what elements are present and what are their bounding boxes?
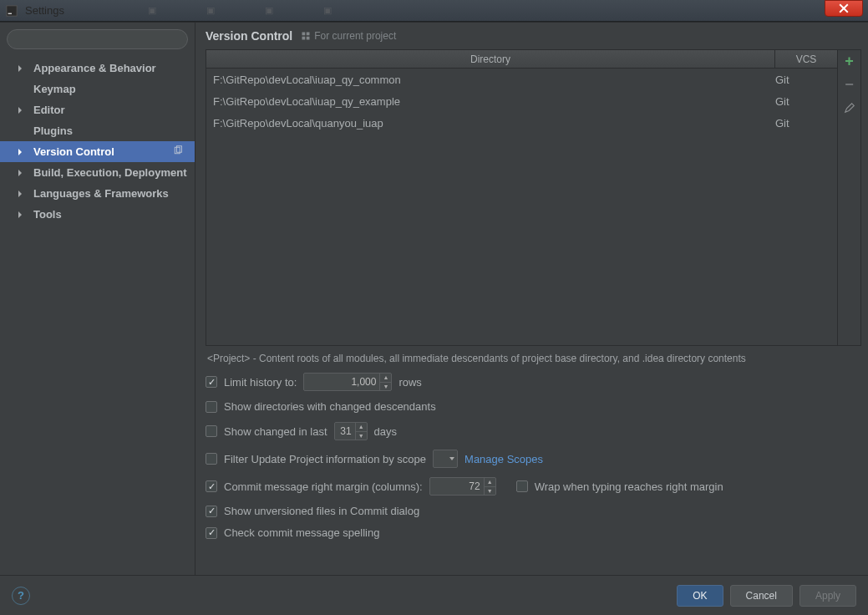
- svg-rect-0: [7, 5, 17, 15]
- footer: ? OK Cancel Apply: [0, 575, 868, 615]
- chevron-right-icon: [18, 65, 22, 72]
- svg-rect-1: [8, 13, 12, 13]
- sidebar-item-plugins[interactable]: Plugins: [0, 120, 195, 141]
- chevron-down-icon: [449, 457, 454, 460]
- show-changed-row: Show changed in last ▲▼ days: [206, 422, 860, 440]
- sidebar-item-build-execution-deployment[interactable]: Build, Execution, Deployment: [0, 162, 195, 183]
- commit-margin-label: Commit message right margin (columns):: [224, 480, 423, 493]
- show-changed-input[interactable]: ▲▼: [334, 422, 368, 440]
- cell-directory: F:\GitRepo\devLocal\iuap_qy_example: [206, 95, 775, 108]
- show-changed-label-b: days: [374, 425, 397, 438]
- sidebar-item-label: Build, Execution, Deployment: [33, 166, 186, 179]
- table-row[interactable]: F:\GitRepo\devLocal\quanyou_iuapGit: [206, 112, 837, 134]
- check-spelling-checkbox[interactable]: [206, 527, 217, 539]
- scope-dropdown[interactable]: [433, 450, 458, 468]
- limit-history-row: Limit history to: ▲▼ rows: [206, 373, 860, 391]
- sidebar-item-label: Editor: [33, 104, 65, 116]
- table-row[interactable]: F:\GitRepo\devLocal\iuap_qy_commonGit: [206, 69, 837, 90]
- commit-margin-checkbox[interactable]: [206, 480, 217, 492]
- filter-scope-checkbox[interactable]: [206, 453, 217, 465]
- check-spelling-label: Check commit message spelling: [224, 526, 379, 539]
- sidebar-item-label: Plugins: [33, 125, 73, 137]
- chevron-right-icon: [18, 149, 22, 155]
- page-title: Version Control: [206, 29, 292, 43]
- sidebar-item-label: Version Control: [33, 145, 114, 158]
- remove-button[interactable]: −: [842, 77, 857, 92]
- add-button[interactable]: +: [842, 53, 857, 69]
- check-spelling-row: Check commit message spelling: [206, 526, 860, 539]
- svg-rect-8: [302, 33, 306, 36]
- sidebar-item-label: Tools: [33, 208, 62, 221]
- window-close-button[interactable]: [825, 0, 863, 17]
- page-subtitle-text: For current project: [314, 30, 396, 42]
- ok-button[interactable]: OK: [677, 585, 723, 607]
- page-subtitle: For current project: [301, 30, 396, 42]
- cell-vcs: Git: [775, 74, 837, 86]
- table-body: F:\GitRepo\devLocal\iuap_qy_commonGitF:\…: [206, 69, 837, 345]
- edit-button[interactable]: [842, 100, 857, 115]
- show-changed-label-a: Show changed in last: [224, 425, 327, 438]
- sidebar-item-languages-frameworks[interactable]: Languages & Frameworks: [0, 183, 195, 204]
- col-vcs[interactable]: VCS: [775, 50, 837, 68]
- svg-rect-10: [302, 37, 306, 40]
- show-changed-checkbox[interactable]: [206, 425, 217, 437]
- show-unversioned-label: Show unversioned files in Commit dialog: [224, 505, 419, 517]
- limit-history-checkbox[interactable]: [206, 376, 217, 388]
- main-panel: Version Control For current project Dire…: [195, 23, 868, 575]
- spin-up-icon[interactable]: ▲: [356, 423, 367, 432]
- show-dirs-row: Show directories with changed descendant…: [206, 400, 860, 413]
- commit-margin-input[interactable]: ▲▼: [429, 477, 496, 496]
- cell-directory: F:\GitRepo\devLocal\quanyou_iuap: [206, 117, 775, 130]
- filter-scope-row: Filter Update Project information by sco…: [206, 450, 860, 468]
- app-icon: [5, 4, 18, 18]
- cell-vcs: Git: [775, 117, 837, 130]
- background-tabs: ▣▣▣▣: [148, 5, 332, 16]
- vcs-table: Directory VCS F:\GitRepo\devLocal\iuap_q…: [206, 49, 861, 346]
- search-input[interactable]: [7, 29, 188, 49]
- limit-history-input[interactable]: ▲▼: [303, 373, 392, 391]
- col-directory[interactable]: Directory: [206, 50, 775, 68]
- sidebar-item-label: Keymap: [33, 83, 76, 95]
- apply-button[interactable]: Apply: [799, 585, 856, 607]
- svg-rect-11: [307, 37, 310, 40]
- chevron-right-icon: [18, 170, 22, 176]
- titlebar: Settings ▣▣▣▣: [0, 0, 868, 22]
- sidebar-item-label: Appearance & Behavior: [33, 62, 156, 74]
- show-dirs-label: Show directories with changed descendant…: [224, 400, 436, 413]
- svg-rect-9: [307, 33, 310, 36]
- project-hint: <Project> - Content roots of all modules…: [206, 346, 868, 373]
- sidebar-item-keymap[interactable]: Keymap: [0, 79, 195, 99]
- spin-down-icon[interactable]: ▼: [356, 432, 367, 440]
- cell-directory: F:\GitRepo\devLocal\iuap_qy_common: [206, 74, 775, 86]
- table-header: Directory VCS: [206, 50, 837, 69]
- project-icon: [301, 31, 311, 41]
- sidebar-item-version-control[interactable]: Version Control: [0, 141, 195, 162]
- sidebar-item-label: Languages & Frameworks: [33, 187, 169, 200]
- table-row[interactable]: F:\GitRepo\devLocal\iuap_qy_exampleGit: [206, 90, 837, 112]
- chevron-right-icon: [18, 191, 22, 197]
- spin-up-icon[interactable]: ▲: [485, 478, 495, 487]
- spin-down-icon[interactable]: ▼: [485, 487, 495, 496]
- show-unversioned-checkbox[interactable]: [206, 506, 217, 517]
- wrap-checkbox[interactable]: [516, 480, 528, 492]
- chevron-right-icon: [18, 211, 22, 218]
- spin-up-icon[interactable]: ▲: [380, 374, 391, 383]
- chevron-right-icon: [18, 107, 22, 114]
- sidebar-item-editor[interactable]: Editor: [0, 99, 195, 120]
- sidebar: Appearance & BehaviorKeymapEditorPlugins…: [0, 23, 195, 575]
- window-title: Settings: [25, 4, 64, 17]
- filter-scope-label: Filter Update Project information by sco…: [224, 453, 426, 465]
- help-button[interactable]: ?: [12, 587, 30, 605]
- cancel-button[interactable]: Cancel: [730, 585, 793, 607]
- wrap-label: Wrap when typing reaches right margin: [535, 480, 723, 493]
- sidebar-item-appearance-behavior[interactable]: Appearance & Behavior: [0, 58, 195, 79]
- settings-tree: Appearance & BehaviorKeymapEditorPlugins…: [0, 58, 195, 225]
- manage-scopes-link[interactable]: Manage Scopes: [464, 453, 543, 465]
- spin-down-icon[interactable]: ▼: [380, 383, 391, 391]
- table-toolbar: + −: [837, 50, 860, 345]
- commit-margin-row: Commit message right margin (columns): ▲…: [206, 477, 860, 496]
- sidebar-item-tools[interactable]: Tools: [0, 204, 195, 225]
- limit-history-label: Limit history to:: [224, 376, 297, 389]
- copy-icon[interactable]: [173, 145, 183, 158]
- show-dirs-checkbox[interactable]: [206, 401, 217, 413]
